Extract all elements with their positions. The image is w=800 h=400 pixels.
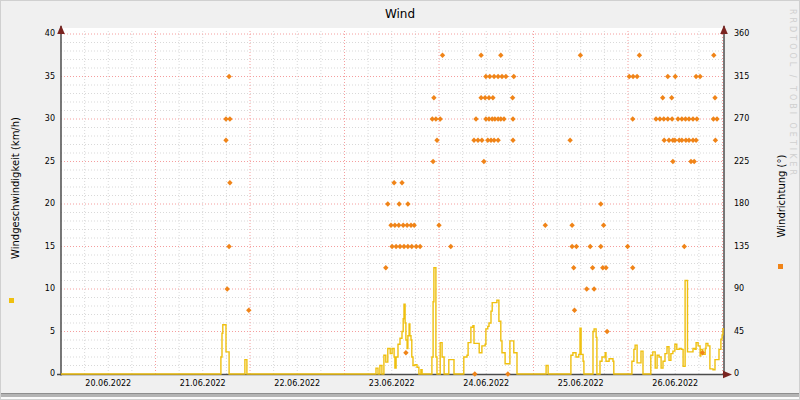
y-right-tick-label: 135: [734, 242, 774, 252]
y-left-tick-label: 40: [1, 29, 55, 39]
rrdtool-watermark: RRDTOOL / TOBI OETIKER: [788, 9, 797, 178]
y-right-tick-label: 0: [734, 369, 774, 379]
y-right-tick-label: 360: [734, 29, 774, 39]
y-left-tick-label: 5: [1, 327, 55, 337]
x-axis-date-label: 21.06.2022: [168, 379, 238, 389]
y-right-tick-label: 45: [734, 327, 774, 337]
y-left-tick-label: 35: [1, 72, 55, 82]
x-axis-date-label: 26.06.2022: [640, 379, 710, 389]
chart-title: Wind: [1, 7, 799, 21]
wind-direction-legend-marker: [778, 264, 783, 269]
y-left-axis-label: Windgeschwindigkeit (km/h): [10, 117, 21, 259]
y-left-tick-label: 10: [1, 284, 55, 294]
wind-speed-legend-marker: [9, 298, 14, 303]
y-right-tick-label: 180: [734, 199, 774, 209]
y-right-tick-label: 90: [734, 284, 774, 294]
y-right-tick-label: 270: [734, 114, 774, 124]
rrdtool-wind-graph: Wind 0510152025303540 045901351802252703…: [0, 0, 800, 400]
y-right-tick-label: 315: [734, 72, 774, 82]
x-axis-date-label: 24.06.2022: [451, 379, 521, 389]
y-left-tick-label: 0: [1, 369, 55, 379]
y-right-tick-label: 225: [734, 157, 774, 167]
y-right-axis-label: Windrichtung (°): [776, 155, 787, 238]
chart-canvas: [1, 1, 800, 400]
x-axis-date-label: 25.06.2022: [546, 379, 616, 389]
x-axis-date-label: 23.06.2022: [357, 379, 427, 389]
window-bottom-edge: [1, 393, 799, 399]
x-axis-date-label: 22.06.2022: [262, 379, 332, 389]
x-axis-date-label: 20.06.2022: [73, 379, 143, 389]
